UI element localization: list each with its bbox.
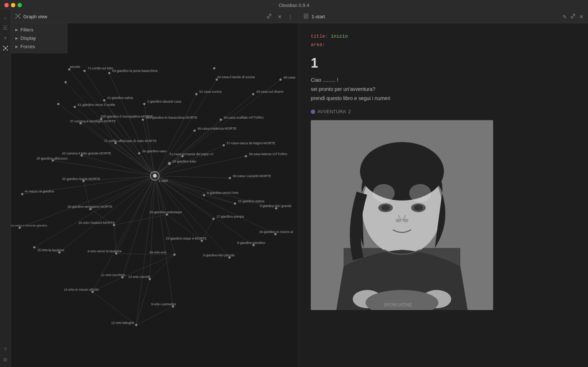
- filter-arrow-forces: ▶: [15, 45, 18, 49]
- graph-close-button[interactable]: ✕: [276, 13, 283, 20]
- graph-canvas[interactable]: 71-cortile-sul letto 63-giardino-la port…: [11, 23, 299, 367]
- svg-text:12-orto-lattughe: 12-orto-lattughe: [111, 321, 134, 325]
- svg-point-93: [195, 93, 197, 95]
- svg-line-61: [34, 176, 155, 248]
- note-body: Ciao ......... ! sei pronto per un'avven…: [311, 76, 576, 103]
- sidebar-icon-settings[interactable]: ⚙: [1, 355, 10, 364]
- svg-text:22-giardino-statua: 22-giardino-statua: [238, 199, 264, 203]
- svg-point-206: [373, 184, 395, 202]
- svg-text:25-giardino-albicocco: 25-giardino-albicocco: [36, 157, 67, 160]
- filter-panel: ▶ Filters ▶ Display ▶ Forces: [11, 23, 67, 53]
- svg-line-52: [114, 176, 155, 225]
- svg-line-24: [155, 94, 197, 176]
- svg-text:63-giardino-la porta baracchin: 63-giardino-la porta baracchina: [112, 69, 158, 73]
- svg-text:21-giardino-salvia: 21-giardino-salvia: [107, 96, 133, 100]
- svg-point-105: [223, 144, 225, 146]
- note-link-button[interactable]: [570, 14, 576, 20]
- svg-line-30: [101, 119, 155, 176]
- svg-text:8-giardino-stendino: 8-giardino-stendino: [237, 241, 265, 245]
- fm-title-key: title:: [311, 34, 328, 39]
- svg-point-197: [381, 205, 390, 211]
- avventura-label: AVVENTURA: [317, 109, 346, 114]
- svg-point-128: [173, 253, 175, 256]
- svg-point-92: [252, 93, 254, 95]
- svg-text:335-giardino-il monopattino-MO: 335-giardino-il monopattino-MORTE: [101, 115, 153, 118]
- svg-point-111: [168, 162, 171, 165]
- svg-line-65: [155, 176, 173, 307]
- svg-text:58-casa-lettone-VITTORIA: 58-casa-lettone-VITTORIA: [249, 152, 287, 156]
- svg-text:13-orto-carciofi: 13-orto-carciofi: [128, 275, 150, 279]
- svg-point-201: [403, 219, 409, 222]
- sidebar-icon-files[interactable]: ☰: [1, 23, 10, 32]
- svg-point-116: [234, 202, 236, 204]
- svg-point-101: [220, 119, 222, 121]
- svg-text:16-orto-i bastoni-MORTE: 16-orto-i bastoni-MORTE: [78, 221, 115, 225]
- svg-line-73: [123, 255, 175, 277]
- svg-text:37-camera-il ripostiglio-MORTE: 37-camera-il ripostiglio-MORTE: [70, 119, 116, 123]
- filter-arrow-display: ▶: [15, 36, 18, 40]
- svg-point-130: [33, 246, 35, 248]
- note-body-line1: Ciao ......... !: [311, 76, 576, 85]
- graph-panel-title: Graph view: [23, 14, 47, 19]
- svg-text:23-giardino-siepe 4-MORTE: 23-giardino-siepe 4-MORTE: [166, 237, 206, 240]
- fm-title-value: inizio: [331, 34, 348, 39]
- filter-item-forces[interactable]: ▶ Forces: [11, 42, 67, 51]
- svg-point-96: [143, 103, 146, 105]
- svg-point-120: [212, 218, 214, 220]
- sidebar-icon-help[interactable]: ?: [1, 345, 10, 354]
- note-content[interactable]: title: inizio area: 1 Ciao ......... ! s…: [299, 23, 588, 367]
- svg-text:42-camera-il letto grande-MORT: 42-camera-il letto grande-MORTE: [62, 152, 111, 155]
- svg-text:72-cortile-affacciato di sotto: 72-cortile-affacciato di sotto-MORTE: [104, 139, 157, 143]
- note-body-line2: sei pronto per un'avventura?: [311, 85, 576, 94]
- svg-point-95: [103, 99, 105, 102]
- filter-label-display: Display: [20, 35, 36, 41]
- svg-text:17-giardino-pompa: 17-giardino-pompa: [216, 215, 244, 218]
- svg-line-58: [116, 176, 155, 254]
- svg-point-115: [203, 194, 205, 196]
- svg-text:14-orto-in mezzo all'orto: 14-orto-in mezzo all'orto: [64, 288, 99, 291]
- svg-text:3-giardino-bici piccola: 3-giardino-bici piccola: [203, 253, 235, 257]
- note-panel: 1-start ✎ ✕ title: inizio area: 1: [299, 10, 588, 367]
- svg-line-6: [5, 46, 7, 48]
- close-window-button[interactable]: [4, 3, 9, 7]
- svg-text:48-casa-: 48-casa-: [283, 76, 296, 79]
- maximize-window-button[interactable]: [18, 3, 22, 7]
- svg-line-75: [136, 279, 150, 325]
- note-edit-button[interactable]: ✎: [562, 14, 567, 20]
- svg-text:33-giardino-baule-MORTE: 33-giardino-baule-MORTE: [62, 177, 100, 181]
- note-header-actions: ✎ ✕: [562, 14, 584, 20]
- note-panel-title: 1-start: [312, 14, 325, 19]
- fm-area-key: area:: [311, 42, 325, 47]
- svg-point-89: [213, 67, 215, 69]
- graph-more-button[interactable]: ⋮: [286, 13, 294, 20]
- minimize-window-button[interactable]: [11, 3, 15, 7]
- svg-point-91: [279, 79, 282, 81]
- svg-point-200: [395, 219, 401, 222]
- avventura-link[interactable]: 2: [348, 109, 351, 114]
- sidebar-icon-search[interactable]: ⌕: [1, 13, 10, 22]
- svg-line-5: [4, 46, 5, 48]
- svg-text:49-orto-orto: 49-orto-orto: [150, 251, 167, 254]
- svg-point-103: [193, 130, 196, 132]
- svg-point-199: [414, 205, 423, 211]
- svg-line-53: [20, 176, 155, 228]
- sidebar-icon-tags[interactable]: #: [1, 34, 10, 42]
- svg-text:50-casa-scaffale-VITTORIA: 50-casa-scaffale-VITTORIA: [224, 116, 264, 119]
- svg-text:46-casa-credenza-MORTE: 46-casa-credenza-MORTE: [197, 127, 236, 130]
- filter-item-filters[interactable]: ▶ Filters: [11, 26, 67, 34]
- note-close-button[interactable]: ✕: [579, 14, 584, 20]
- svg-text:8-giardino-verso l'orto: 8-giardino-verso l'orto: [207, 191, 238, 195]
- filter-item-display[interactable]: ▶ Display: [11, 34, 67, 42]
- graph-panel: Graph view ✕ ⋮ ▶ Filters ▶: [11, 10, 299, 367]
- app-title: Obsidian 0.9.4: [279, 3, 309, 8]
- note-image: SFOMUATINE: [311, 120, 493, 310]
- svg-text:365-giardino-in baracchina-MOR: 365-giardino-in baracchina-MORTE: [146, 116, 197, 119]
- svg-text:52-casa-cucina: 52-casa-cucina: [199, 90, 221, 93]
- svg-text:11-orto-zucchine: 11-orto-zucchine: [101, 273, 125, 277]
- sidebar-icon-graph[interactable]: [1, 44, 10, 53]
- svg-line-55: [155, 176, 202, 241]
- graph-link-button[interactable]: [265, 13, 273, 20]
- svg-text:61-giardino-verso il cortile: 61-giardino-verso il cortile: [78, 103, 115, 107]
- svg-point-108: [245, 155, 247, 157]
- svg-line-54: [155, 176, 276, 234]
